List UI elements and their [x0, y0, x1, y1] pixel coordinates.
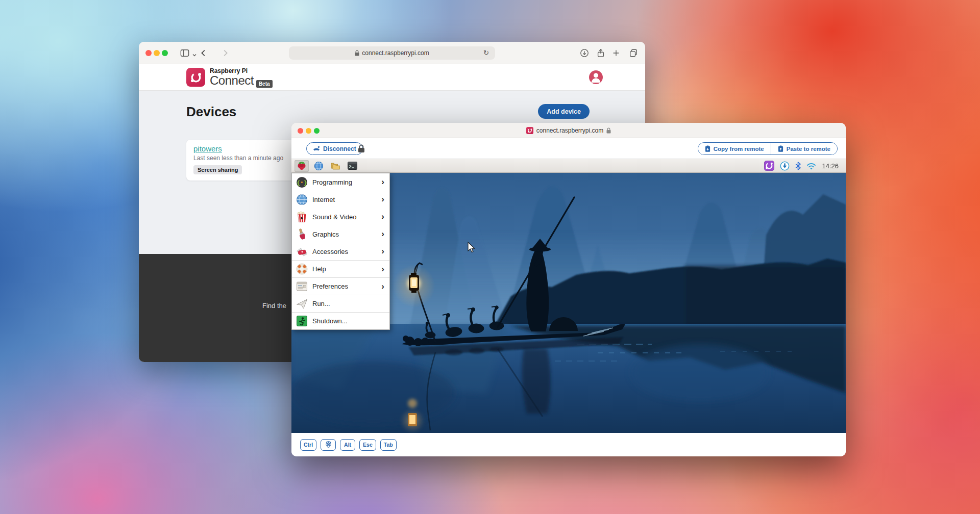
title-lock-icon: [606, 127, 611, 134]
menu-item-accessories[interactable]: Accessories: [292, 243, 389, 260]
remote-desktop-viewport[interactable]: 14:26 { } Programming Internet: [291, 159, 846, 433]
share-icon[interactable]: [596, 48, 605, 58]
url-text: connect.raspberrypi.com: [362, 49, 429, 57]
submenu-arrow-icon: [381, 265, 384, 274]
copy-icon: [705, 145, 710, 152]
account-avatar[interactable]: [589, 70, 603, 84]
submenu-arrow-icon: [381, 247, 384, 256]
hang-up-icon: [313, 146, 320, 152]
wifi-icon[interactable]: [806, 162, 816, 170]
screen-sharing-badge: Screen sharing: [193, 165, 242, 174]
connect-tray-icon[interactable]: [764, 161, 774, 171]
minimize-button[interactable]: [154, 50, 160, 56]
beta-badge: Beta: [256, 80, 273, 88]
zoom-button[interactable]: [162, 50, 168, 56]
menu-item-sound-video[interactable]: Sound & Video: [292, 208, 389, 225]
remote-window-title: connect.raspberrypi.com: [536, 127, 603, 134]
taskbar-clock[interactable]: 14:26: [822, 162, 839, 170]
key-alt[interactable]: Alt: [340, 439, 355, 451]
reload-icon[interactable]: ↻: [483, 49, 491, 57]
help-icon: [296, 263, 308, 275]
submenu-arrow-icon: [381, 177, 384, 187]
menu-item-run[interactable]: Run...: [292, 295, 389, 312]
terminal-icon[interactable]: [345, 160, 359, 172]
add-device-button[interactable]: Add device: [538, 104, 590, 119]
back-icon[interactable]: [199, 48, 208, 58]
menu-item-help[interactable]: Help: [292, 260, 389, 277]
pi-taskbar: 14:26: [291, 159, 846, 173]
menu-item-shutdown[interactable]: Shutdown...: [292, 312, 389, 329]
footer-text: Find the: [262, 302, 286, 310]
menu-item-internet[interactable]: Internet: [292, 191, 389, 208]
address-bar[interactable]: connect.raspberrypi.com ↻: [289, 46, 495, 60]
menu-item-preferences[interactable]: Preferences: [292, 277, 389, 295]
key-esc[interactable]: Esc: [359, 439, 376, 451]
connect-logo[interactable]: Raspberry Pi Connect Beta: [186, 68, 273, 87]
new-tab-icon[interactable]: [611, 48, 621, 58]
clipboard-button-group: Copy from remote Paste to remote: [698, 142, 838, 155]
raspberry-menu-icon[interactable]: [295, 160, 309, 172]
site-header: Raspberry Pi Connect Beta: [139, 64, 645, 91]
key-tab[interactable]: Tab: [380, 439, 397, 451]
updater-tray-icon[interactable]: [780, 161, 790, 171]
menu-item-programming[interactable]: { } Programming: [292, 173, 389, 191]
internet-icon: [296, 194, 308, 205]
connect-favicon-icon: [526, 127, 533, 134]
paste-icon: [778, 145, 783, 152]
chevron-down-icon[interactable]: [192, 50, 197, 60]
minimize-button[interactable]: [306, 128, 311, 134]
file-manager-icon[interactable]: [328, 160, 342, 172]
bluetooth-icon[interactable]: [795, 162, 801, 170]
raspberry-app-menu: { } Programming Internet: [291, 173, 390, 330]
close-button[interactable]: [298, 128, 303, 134]
web-browser-icon[interactable]: [311, 160, 326, 172]
forward-icon[interactable]: [220, 48, 230, 58]
run-icon: [296, 298, 308, 310]
graphics-icon: [296, 228, 308, 240]
accessories-icon: [296, 246, 308, 258]
url-lock-icon: [355, 50, 359, 56]
virtual-key-bar: Ctrl Alt Esc Tab: [291, 433, 846, 456]
downloads-icon[interactable]: [580, 48, 589, 58]
submenu-arrow-icon: [381, 195, 384, 204]
submenu-arrow-icon: [381, 212, 384, 221]
brand-line2: Connect: [210, 74, 254, 87]
disconnect-button[interactable]: Disconnect: [306, 142, 363, 155]
safari-toolbar: connect.raspberrypi.com ↻: [139, 42, 645, 64]
remote-toolbar: Disconnect Copy from remote Paste to rem…: [291, 138, 846, 159]
zoom-button[interactable]: [314, 128, 320, 134]
submenu-arrow-icon: [381, 229, 384, 239]
tab-overview-icon[interactable]: [629, 48, 638, 58]
desktop-wallpaper: connect.raspberrypi.com ↻: [0, 0, 980, 514]
menu-item-graphics[interactable]: Graphics: [292, 225, 389, 243]
connect-logo-icon: [186, 68, 205, 87]
paste-to-remote-button[interactable]: Paste to remote: [771, 143, 837, 155]
sidebar-toggle-icon[interactable]: [180, 48, 189, 58]
close-button[interactable]: [145, 50, 152, 56]
submenu-arrow-icon: [381, 282, 384, 291]
sound-video-icon: [296, 211, 308, 223]
raspberry-key-icon: [325, 441, 332, 448]
shutdown-icon: [296, 315, 308, 327]
programming-icon: { }: [296, 176, 308, 188]
preferences-icon: [296, 280, 308, 292]
copy-from-remote-button[interactable]: Copy from remote: [698, 143, 771, 155]
page-title: Devices: [186, 104, 236, 120]
session-lock-icon: [358, 144, 365, 153]
key-ctrl[interactable]: Ctrl: [300, 439, 316, 451]
remote-window-titlebar: connect.raspberrypi.com: [291, 123, 846, 138]
connect-remote-window: connect.raspberrypi.com Disconnect: [291, 123, 846, 456]
key-raspberry[interactable]: [321, 439, 336, 451]
device-link[interactable]: pitowers: [193, 144, 222, 153]
